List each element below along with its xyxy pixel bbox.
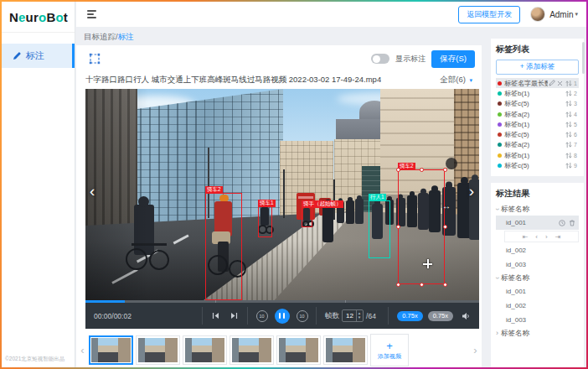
thumbnail-image [91, 338, 131, 362]
resize-handle[interactable] [443, 283, 447, 287]
tag-sort-icon[interactable] [565, 111, 572, 118]
collapse-menu-icon[interactable] [87, 10, 96, 18]
tag-sort-icon[interactable] [565, 100, 572, 107]
tag-shortcut-number: 8 [574, 153, 577, 159]
annotation-box[interactable]: 骑车2 [205, 193, 242, 300]
tag-list-item[interactable]: 标签c(5)6 [496, 129, 579, 139]
resize-handle[interactable] [396, 225, 400, 229]
tag-list-item[interactable]: 标签b(1)8 [496, 150, 579, 160]
tag-list-panel: 标签列表 + 添加标签 标签名字最长数...1标签b(1)2标签c(5)3标签a… [491, 39, 584, 176]
resize-handle[interactable] [443, 225, 447, 229]
tag-sort-icon[interactable] [565, 162, 572, 169]
video-thumbnail[interactable] [183, 335, 227, 365]
add-video-button[interactable]: + 添加视频 [370, 334, 409, 366]
resize-handle[interactable] [396, 168, 400, 172]
tag-color-dot [498, 133, 502, 137]
result-item[interactable]: id_003 [496, 313, 579, 327]
annotation-label: 骑手（起始帧） [302, 200, 344, 209]
result-group-header[interactable]: ›标签名称 [496, 272, 579, 284]
top-header: 返回模型开发 Admin ▾ [76, 2, 586, 27]
forward-10-icon[interactable]: 10 [297, 310, 308, 322]
rewind-10-icon[interactable]: 10 [256, 310, 268, 322]
first-frame-icon[interactable]: ⇤ [523, 233, 529, 241]
pencil-icon [13, 52, 21, 60]
video-thumbnail[interactable] [136, 335, 180, 365]
next-frame-icon[interactable]: › [545, 233, 548, 241]
result-item[interactable]: id_002 [496, 243, 579, 257]
resize-handle[interactable] [420, 283, 424, 287]
tag-shortcut-number: 2 [574, 91, 577, 96]
result-item[interactable]: id_001 [496, 284, 579, 299]
speed-pill-active[interactable]: 0.75x [397, 311, 422, 321]
frame-spinner[interactable]: ▲▼ [356, 310, 362, 321]
tag-sort-icon[interactable] [565, 90, 572, 97]
panel-scrollbar[interactable] [582, 42, 585, 74]
video-thumbnail[interactable] [276, 335, 321, 365]
result-group-header[interactable]: ›标签名称 [496, 203, 579, 216]
tag-sort-icon[interactable] [565, 121, 572, 128]
result-item[interactable]: id_002 [496, 299, 579, 313]
thumbnail-image [185, 338, 224, 362]
result-item[interactable]: id_003 [496, 257, 579, 272]
resize-handle[interactable] [443, 168, 447, 172]
tag-list-item[interactable]: 标签a(2)7 [496, 140, 579, 150]
tag-list-item[interactable]: 标签b(1)2 [496, 88, 579, 98]
prev-frame-icon[interactable] [212, 312, 219, 320]
player-controls: 00:00/00:02 10 10 帧数 12▲▼ /64 [85, 300, 479, 329]
thumbs-right-chevron[interactable]: › [469, 344, 482, 356]
tag-list-item[interactable]: 标签c(5)3 [496, 99, 579, 109]
prev-frame-icon[interactable]: ‹ [535, 233, 538, 241]
results-title: 标注结果 [496, 188, 579, 200]
video-canvas[interactable]: 骑车2骑车1骑手（起始帧）行人1骑车2 ‹ › ↔ [85, 89, 479, 300]
thumbs-left-chevron[interactable]: ‹ [76, 344, 89, 356]
resize-handle[interactable] [420, 168, 424, 172]
result-group-header[interactable]: ›标签名称 [496, 327, 579, 340]
result-id: id_001 [506, 288, 526, 295]
resize-handle[interactable] [396, 283, 400, 287]
video-thumbnail[interactable] [230, 335, 274, 365]
pedestrian-figure [134, 205, 154, 255]
annotation-box[interactable]: 骑手（起始帧） [302, 207, 312, 227]
tag-list-item[interactable]: 标签a(2)4 [496, 109, 579, 119]
tag-sort-icon[interactable] [565, 141, 572, 148]
tag-sort-icon[interactable] [565, 80, 572, 87]
annotation-box[interactable]: 骑车2 [398, 169, 445, 284]
video-thumbnail[interactable] [323, 335, 368, 365]
delete-tag-icon[interactable] [557, 81, 563, 86]
user-avatar[interactable] [530, 7, 545, 22]
sidebar-item-annotate[interactable]: 标注 [2, 44, 75, 68]
volume-icon[interactable] [462, 312, 471, 320]
sidebar: NeuroBot 标注 ©2021北京矩视智能出品 [2, 2, 75, 367]
tag-list-item[interactable]: 标签b(1)5 [496, 119, 579, 129]
scene-shape [283, 169, 285, 218]
pause-button[interactable] [275, 309, 290, 324]
speed-pill[interactable]: 0.75x [428, 311, 453, 321]
breadcrumb-parent[interactable]: 目标追踪 [84, 32, 116, 41]
annotation-box[interactable]: 行人1 [369, 200, 390, 258]
last-frame-icon[interactable]: ⇥ [555, 233, 561, 241]
save-button[interactable]: 保存(S) [431, 50, 475, 68]
thumbnail-strip: ‹ + 添加视频 › [76, 333, 482, 367]
add-tag-button[interactable]: + 添加标签 [496, 60, 579, 75]
caret-down-icon: ▾ [575, 11, 578, 18]
frame-number-input[interactable]: 12▲▼ [342, 309, 364, 322]
edit-tag-icon[interactable] [549, 80, 555, 86]
tag-list-item[interactable]: 标签c(5)9 [496, 160, 579, 170]
tag-sort-icon[interactable] [565, 131, 572, 138]
next-video-chevron[interactable]: › [469, 183, 474, 199]
locate-frame-icon[interactable] [559, 220, 565, 226]
filter-dropdown[interactable]: 全部(6) ▾ [440, 75, 472, 86]
next-frame-icon[interactable] [230, 312, 238, 320]
show-annotations-toggle[interactable] [371, 54, 389, 64]
prev-video-chevron[interactable]: ‹ [90, 183, 95, 199]
group-name: 标签名称 [501, 273, 529, 283]
annotation-box[interactable]: 骑车1 [258, 206, 272, 237]
result-item[interactable]: id_001 [496, 216, 579, 230]
draw-box-tool-icon[interactable] [88, 52, 101, 65]
tag-sort-icon[interactable] [565, 152, 572, 159]
tag-list-item[interactable]: 标签名字最长数...1 [496, 78, 579, 88]
video-thumbnail[interactable] [89, 335, 133, 365]
username[interactable]: Admin [549, 10, 573, 19]
delete-result-icon[interactable] [569, 220, 575, 226]
back-to-model-dev-button[interactable]: 返回模型开发 [458, 6, 520, 23]
